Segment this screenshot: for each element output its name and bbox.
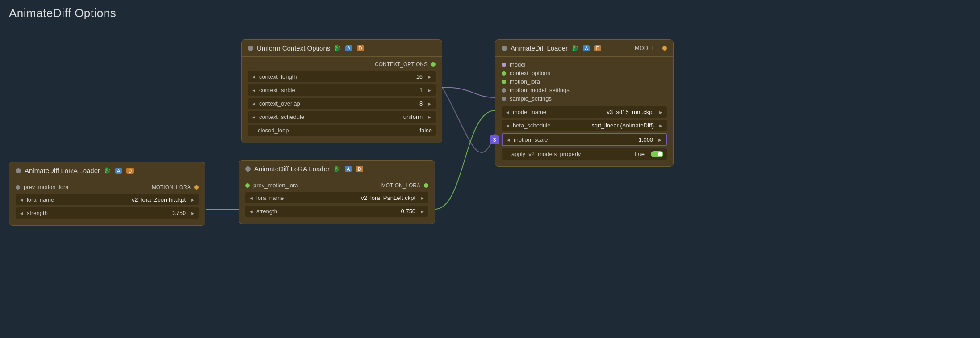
context-length-label: context_length [259, 73, 414, 80]
motion-scale-value: 1.000 [639, 136, 653, 143]
context-stride-value: 1 [419, 87, 423, 93]
beta-schedule-field[interactable]: ◄ beta_schedule sqrt_linear (AnimateDiff… [502, 120, 667, 131]
uniform-context-dot [248, 46, 253, 51]
context-schedule-left-arrow[interactable]: ◄ [251, 114, 256, 120]
animatediff-loader-body: model context_options motion_lora motion… [495, 57, 673, 166]
lora-left-output-label: MOTION_LORA [68, 184, 191, 190]
motion-lora-port-row: motion_lora [502, 78, 667, 85]
motion-model-settings-port-row: motion_model_settings [502, 87, 667, 93]
lora-right-strength-left-arrow[interactable]: ◄ [249, 209, 254, 214]
lora-left-name-value: v2_lora_ZoomIn.ckpt [132, 196, 186, 203]
lora-right-strength-field[interactable]: ◄ strength 0.750 ► [245, 206, 428, 217]
lora-right-name-value: v2_lora_PanLeft.ckpt [361, 194, 415, 201]
animatediff-loader-badge-d: D [594, 45, 601, 51]
lora-loader-right-node: AnimateDiff LoRA Loader 🐉 A D prev_motio… [239, 160, 435, 224]
sample-settings-port-row: sample_settings [502, 95, 667, 102]
lora-right-name-field[interactable]: ◄ lora_name v2_lora_PanLeft.ckpt ► [245, 192, 428, 203]
animatediff-loader-node: AnimateDiff Loader 🐉 A D MODEL model con… [495, 39, 674, 167]
context-length-right-arrow[interactable]: ► [427, 74, 432, 80]
context-schedule-value: uniform [403, 114, 423, 120]
lora-left-name-right-arrow[interactable]: ► [190, 197, 195, 203]
apply-v2-toggle[interactable] [651, 151, 663, 157]
context-stride-field[interactable]: ◄ context_stride 1 ► [248, 84, 436, 96]
animatediff-loader-title: AnimateDiff Loader [511, 44, 568, 52]
lora-right-name-right-arrow[interactable]: ► [420, 195, 425, 201]
lora-right-prev-motion-label: prev_motion_lora [253, 182, 298, 189]
model-name-right-arrow[interactable]: ► [658, 110, 663, 115]
uniform-context-badge-d: D [357, 45, 364, 51]
context-options-port-row: context_options [502, 70, 667, 76]
context-options-output-dot [431, 62, 436, 67]
page-title: AnimateDiff Options [9, 6, 116, 20]
uniform-context-title: Uniform Context Options [257, 44, 330, 52]
uniform-context-emoji: 🐉 [334, 45, 341, 51]
apply-v2-field[interactable]: apply_v2_models_properly true [502, 148, 667, 160]
model-name-left-arrow[interactable]: ◄ [505, 110, 510, 115]
lora-loader-left-badge-d: D [126, 168, 134, 174]
beta-schedule-right-arrow[interactable]: ► [658, 123, 663, 128]
lora-right-prev-motion-row: prev_motion_lora MOTION_LORA [245, 182, 428, 189]
lora-left-strength-left-arrow[interactable]: ◄ [19, 211, 24, 216]
apply-v2-value: true [635, 151, 645, 157]
closed-loop-label: closed_loop [258, 127, 417, 134]
lora-right-prev-motion-dot [245, 183, 250, 188]
animatediff-loader-badge-a: A [583, 45, 590, 51]
lora-right-name-left-arrow[interactable]: ◄ [249, 195, 254, 201]
context-length-value: 16 [416, 73, 423, 80]
lora-left-strength-value: 0.750 [172, 210, 186, 216]
context-stride-right-arrow[interactable]: ► [427, 88, 432, 93]
context-stride-left-arrow[interactable]: ◄ [251, 88, 256, 93]
lora-loader-left-title: AnimateDiff LoRA Loader [25, 167, 100, 174]
lora-loader-left-badge-a: A [115, 168, 122, 174]
context-overlap-left-arrow[interactable]: ◄ [251, 101, 256, 106]
uniform-context-badge-a: A [345, 45, 352, 51]
lora-left-strength-right-arrow[interactable]: ► [190, 211, 195, 216]
motion-model-settings-port-dot [502, 88, 506, 93]
context-overlap-right-arrow[interactable]: ► [427, 101, 432, 106]
lora-left-prev-motion-dot [16, 185, 20, 190]
model-name-field[interactable]: ◄ model_name v3_sd15_mm.ckpt ► [502, 106, 667, 118]
uniform-context-header: Uniform Context Options 🐉 A D [242, 40, 442, 57]
lora-right-output-label: MOTION_LORA [298, 182, 420, 189]
beta-schedule-left-arrow[interactable]: ◄ [505, 123, 510, 128]
lora-right-output-dot [424, 183, 428, 188]
lora-left-output-dot [194, 185, 199, 190]
lora-left-prev-motion-label: prev_motion_lora [24, 184, 68, 190]
context-length-left-arrow[interactable]: ◄ [251, 74, 256, 80]
lora-right-strength-value: 0.750 [401, 208, 416, 215]
lora-left-name-field[interactable]: ◄ lora_name v2_lora_ZoomIn.ckpt ► [16, 194, 199, 205]
lora-loader-left-node: AnimateDiff LoRA Loader 🐉 A D prev_motio… [9, 162, 205, 226]
closed-loop-value: false [420, 127, 432, 134]
model-name-value: v3_sd15_mm.ckpt [607, 109, 654, 115]
model-name-label: model_name [513, 109, 604, 115]
lora-loader-right-dot [245, 166, 251, 172]
context-length-field[interactable]: ◄ context_length 16 ► [248, 71, 436, 82]
animatediff-loader-dot [502, 46, 507, 51]
lora-left-strength-label: strength [27, 210, 169, 216]
motion-model-settings-port-label: motion_model_settings [510, 87, 570, 93]
motion-lora-port-dot [502, 80, 506, 84]
animatediff-loader-output-dot [662, 46, 667, 51]
closed-loop-field[interactable]: closed_loop false [248, 125, 436, 136]
context-schedule-right-arrow[interactable]: ► [427, 114, 432, 120]
context-options-output-row: CONTEXT_OPTIONS [248, 61, 436, 68]
context-overlap-field[interactable]: ◄ context_overlap 8 ► [248, 98, 436, 109]
context-schedule-field[interactable]: ◄ context_schedule uniform ► [248, 111, 436, 123]
uniform-context-node: Uniform Context Options 🐉 A D CONTEXT_OP… [241, 39, 442, 143]
motion-scale-left-arrow[interactable]: ◄ [506, 137, 511, 143]
motion-lora-port-label: motion_lora [510, 78, 540, 85]
lora-loader-left-header: AnimateDiff LoRA Loader 🐉 A D [9, 162, 205, 179]
context-stride-label: context_stride [259, 87, 417, 93]
animatediff-loader-header: AnimateDiff Loader 🐉 A D MODEL [495, 40, 673, 57]
lora-left-name-label: lora_name [27, 196, 129, 203]
lora-left-strength-field[interactable]: ◄ strength 0.750 ► [16, 207, 199, 219]
lora-loader-right-header: AnimateDiff LoRA Loader 🐉 A D [239, 161, 435, 177]
lora-right-strength-right-arrow[interactable]: ► [420, 209, 425, 214]
lora-loader-left-body: prev_motion_lora MOTION_LORA ◄ lora_name… [9, 179, 205, 225]
animatediff-loader-emoji: 🐉 [571, 45, 578, 51]
lora-left-name-left-arrow[interactable]: ◄ [19, 197, 24, 203]
motion-scale-field[interactable]: 3 ◄ motion_scale 1.000 ► [502, 133, 667, 146]
model-port-row: model [502, 61, 667, 68]
motion-scale-right-arrow[interactable]: ► [658, 137, 662, 143]
context-options-port-dot [502, 71, 506, 76]
